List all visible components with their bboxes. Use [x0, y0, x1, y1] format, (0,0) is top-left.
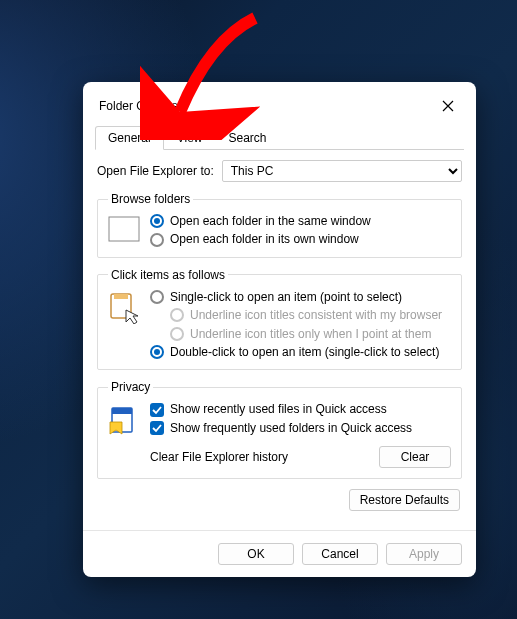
radio-own-window[interactable]: Open each folder in its own window — [150, 232, 451, 246]
tab-search[interactable]: Search — [216, 126, 280, 150]
radio-icon — [150, 345, 164, 359]
click-items-group: Click items as follows Single-click to o… — [97, 268, 462, 371]
apply-button[interactable]: Apply — [386, 543, 462, 565]
svg-rect-2 — [114, 294, 128, 299]
browse-folders-group: Browse folders Open each folder in the s… — [97, 192, 462, 258]
open-explorer-select[interactable]: This PC — [222, 160, 462, 182]
cancel-button[interactable]: Cancel — [302, 543, 378, 565]
privacy-group: Privacy Show recently used files in Quic… — [97, 380, 462, 479]
svg-rect-4 — [112, 408, 132, 414]
svg-rect-0 — [109, 217, 139, 241]
tab-bar: General View Search — [83, 126, 476, 150]
radio-double-click[interactable]: Double-click to open an item (single-cli… — [150, 345, 451, 359]
radio-single-click[interactable]: Single-click to open an item (point to s… — [150, 290, 451, 304]
close-button[interactable] — [428, 92, 468, 120]
checkbox-icon — [150, 421, 164, 435]
tab-view[interactable]: View — [164, 126, 216, 150]
radio-underline-point: Underline icon titles only when I point … — [170, 327, 451, 341]
checkbox-recent-files[interactable]: Show recently used files in Quick access — [150, 402, 451, 416]
browse-folders-legend: Browse folders — [108, 192, 193, 206]
radio-underline-browser: Underline icon titles consistent with my… — [170, 308, 451, 322]
titlebar: Folder Options — [83, 82, 476, 126]
dialog-footer: OK Cancel Apply — [83, 530, 476, 577]
browse-folders-icon — [108, 216, 140, 242]
privacy-legend: Privacy — [108, 380, 153, 394]
folder-options-dialog: Folder Options General View Search Open … — [83, 82, 476, 577]
click-items-icon — [108, 292, 140, 324]
radio-same-window[interactable]: Open each folder in the same window — [150, 214, 451, 228]
radio-icon — [170, 327, 184, 341]
clear-history-label: Clear File Explorer history — [150, 450, 288, 464]
tab-general[interactable]: General — [95, 126, 164, 150]
open-explorer-label: Open File Explorer to: — [97, 164, 214, 178]
radio-icon — [170, 308, 184, 322]
clear-button[interactable]: Clear — [379, 446, 451, 468]
radio-icon — [150, 233, 164, 247]
click-items-legend: Click items as follows — [108, 268, 228, 282]
window-title: Folder Options — [99, 99, 428, 113]
tab-content: Open File Explorer to: This PC Browse fo… — [83, 150, 476, 530]
restore-defaults-button[interactable]: Restore Defaults — [349, 489, 460, 511]
checkbox-icon — [150, 403, 164, 417]
privacy-icon — [108, 404, 140, 436]
radio-icon — [150, 290, 164, 304]
radio-icon — [150, 214, 164, 228]
checkbox-frequent-folders[interactable]: Show frequently used folders in Quick ac… — [150, 421, 451, 435]
ok-button[interactable]: OK — [218, 543, 294, 565]
close-icon — [442, 100, 454, 112]
